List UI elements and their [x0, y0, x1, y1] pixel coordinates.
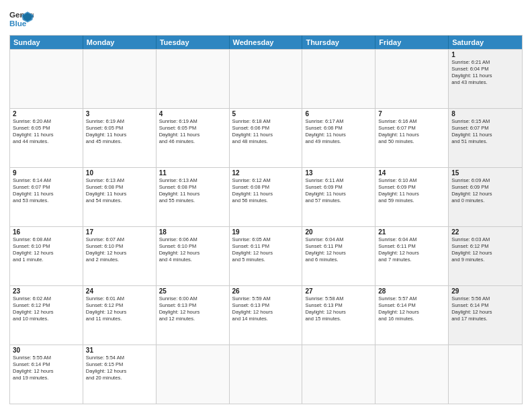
cal-cell-1-3: 5Sunrise: 6:18 AM Sunset: 6:06 PM Daylig…	[230, 109, 303, 167]
cal-cell-0-3	[230, 50, 303, 108]
cal-cell-5-1: 31Sunrise: 5:54 AM Sunset: 6:15 PM Dayli…	[83, 345, 157, 404]
calendar: Sunday Monday Tuesday Wednesday Thursday…	[9, 35, 523, 404]
cal-cell-5-5	[375, 345, 449, 404]
cal-cell-2-5: 14Sunrise: 6:10 AM Sunset: 6:09 PM Dayli…	[375, 168, 449, 226]
cal-cell-2-3: 12Sunrise: 6:12 AM Sunset: 6:08 PM Dayli…	[230, 168, 303, 226]
day-number: 24	[86, 287, 153, 295]
day-number: 25	[159, 287, 226, 295]
cal-cell-3-3: 19Sunrise: 6:05 AM Sunset: 6:11 PM Dayli…	[230, 227, 303, 285]
calendar-body: 1Sunrise: 6:21 AM Sunset: 6:04 PM Daylig…	[10, 49, 522, 404]
week-row-4: 23Sunrise: 6:02 AM Sunset: 6:12 PM Dayli…	[10, 285, 522, 345]
day-number: 27	[305, 287, 372, 295]
day-number: 29	[451, 287, 519, 295]
day-number: 2	[13, 110, 80, 118]
day-number: 10	[86, 169, 153, 177]
cal-cell-4-0: 23Sunrise: 6:02 AM Sunset: 6:12 PM Dayli…	[10, 286, 83, 345]
calendar-header: Sunday Monday Tuesday Wednesday Thursday…	[10, 36, 522, 49]
day-info: Sunrise: 5:56 AM Sunset: 6:14 PM Dayligh…	[451, 295, 519, 323]
col-wednesday: Wednesday	[230, 36, 303, 49]
cal-cell-4-1: 24Sunrise: 6:01 AM Sunset: 6:12 PM Dayli…	[83, 286, 157, 345]
cal-cell-5-6	[449, 345, 522, 404]
header: General Blue	[9, 7, 523, 31]
day-number: 21	[378, 228, 445, 236]
cal-cell-1-0: 2Sunrise: 6:20 AM Sunset: 6:05 PM Daylig…	[10, 109, 83, 167]
cal-cell-2-4: 13Sunrise: 6:11 AM Sunset: 6:09 PM Dayli…	[302, 168, 375, 226]
page: General Blue Sunday Monday Tuesday Wedne…	[0, 0, 532, 411]
day-info: Sunrise: 6:01 AM Sunset: 6:12 PM Dayligh…	[86, 295, 153, 323]
day-number: 17	[86, 228, 153, 236]
cal-cell-4-2: 25Sunrise: 6:00 AM Sunset: 6:13 PM Dayli…	[157, 286, 230, 345]
col-saturday: Saturday	[449, 36, 522, 49]
day-info: Sunrise: 6:17 AM Sunset: 6:06 PM Dayligh…	[305, 118, 372, 146]
cal-cell-0-0	[10, 50, 83, 108]
day-info: Sunrise: 6:21 AM Sunset: 6:04 PM Dayligh…	[451, 59, 519, 87]
cal-cell-3-6: 22Sunrise: 6:03 AM Sunset: 6:12 PM Dayli…	[449, 227, 522, 285]
day-info: Sunrise: 6:20 AM Sunset: 6:05 PM Dayligh…	[13, 118, 80, 146]
day-info: Sunrise: 6:16 AM Sunset: 6:07 PM Dayligh…	[378, 118, 445, 146]
day-number: 6	[305, 110, 372, 118]
week-row-2: 9Sunrise: 6:14 AM Sunset: 6:07 PM Daylig…	[10, 167, 522, 226]
week-row-0: 1Sunrise: 6:21 AM Sunset: 6:04 PM Daylig…	[10, 49, 522, 108]
day-info: Sunrise: 6:18 AM Sunset: 6:06 PM Dayligh…	[232, 118, 300, 146]
col-tuesday: Tuesday	[157, 36, 230, 49]
day-number: 5	[232, 110, 300, 118]
day-number: 23	[13, 287, 80, 295]
day-number: 16	[13, 228, 80, 236]
day-info: Sunrise: 6:13 AM Sunset: 6:08 PM Dayligh…	[86, 177, 153, 205]
col-thursday: Thursday	[302, 36, 375, 49]
day-number: 30	[13, 347, 80, 354]
day-number: 28	[378, 287, 445, 295]
cal-cell-2-0: 9Sunrise: 6:14 AM Sunset: 6:07 PM Daylig…	[10, 168, 83, 226]
day-info: Sunrise: 6:02 AM Sunset: 6:12 PM Dayligh…	[13, 295, 80, 323]
day-number: 13	[305, 169, 372, 177]
day-info: Sunrise: 5:55 AM Sunset: 6:14 PM Dayligh…	[13, 355, 80, 382]
cal-cell-0-4	[302, 50, 375, 108]
day-info: Sunrise: 5:59 AM Sunset: 6:13 PM Dayligh…	[232, 295, 300, 323]
cal-cell-5-3	[230, 345, 303, 404]
day-number: 9	[13, 169, 80, 177]
day-info: Sunrise: 6:19 AM Sunset: 6:05 PM Dayligh…	[159, 118, 226, 146]
cal-cell-2-1: 10Sunrise: 6:13 AM Sunset: 6:08 PM Dayli…	[83, 168, 157, 226]
day-info: Sunrise: 6:04 AM Sunset: 6:11 PM Dayligh…	[305, 236, 372, 264]
day-number: 31	[86, 347, 153, 354]
day-number: 15	[451, 169, 519, 177]
day-number: 11	[159, 169, 226, 177]
cal-cell-3-4: 20Sunrise: 6:04 AM Sunset: 6:11 PM Dayli…	[302, 227, 375, 285]
cal-cell-3-0: 16Sunrise: 6:08 AM Sunset: 6:10 PM Dayli…	[10, 227, 83, 285]
day-number: 3	[86, 110, 153, 118]
cal-cell-1-1: 3Sunrise: 6:19 AM Sunset: 6:05 PM Daylig…	[83, 109, 157, 167]
cal-cell-1-4: 6Sunrise: 6:17 AM Sunset: 6:06 PM Daylig…	[302, 109, 375, 167]
day-info: Sunrise: 6:11 AM Sunset: 6:09 PM Dayligh…	[305, 177, 372, 205]
day-info: Sunrise: 6:19 AM Sunset: 6:05 PM Dayligh…	[86, 118, 153, 146]
cal-cell-0-2	[157, 50, 230, 108]
cal-cell-4-3: 26Sunrise: 5:59 AM Sunset: 6:13 PM Dayli…	[230, 286, 303, 345]
day-info: Sunrise: 6:09 AM Sunset: 6:09 PM Dayligh…	[451, 177, 519, 205]
day-info: Sunrise: 5:57 AM Sunset: 6:14 PM Dayligh…	[378, 295, 445, 323]
day-number: 19	[232, 228, 300, 236]
day-info: Sunrise: 6:10 AM Sunset: 6:09 PM Dayligh…	[378, 177, 445, 205]
day-number: 14	[378, 169, 445, 177]
day-info: Sunrise: 6:03 AM Sunset: 6:12 PM Dayligh…	[451, 236, 519, 264]
day-number: 26	[232, 287, 300, 295]
day-number: 18	[159, 228, 226, 236]
cal-cell-2-6: 15Sunrise: 6:09 AM Sunset: 6:09 PM Dayli…	[449, 168, 522, 226]
day-info: Sunrise: 6:07 AM Sunset: 6:10 PM Dayligh…	[86, 236, 153, 264]
cal-cell-5-2	[157, 345, 230, 404]
day-number: 8	[451, 110, 519, 118]
day-info: Sunrise: 6:14 AM Sunset: 6:07 PM Dayligh…	[13, 177, 80, 205]
cal-cell-3-1: 17Sunrise: 6:07 AM Sunset: 6:10 PM Dayli…	[83, 227, 157, 285]
day-info: Sunrise: 6:13 AM Sunset: 6:08 PM Dayligh…	[159, 177, 226, 205]
logo-icon: General Blue	[9, 7, 34, 31]
day-number: 1	[451, 51, 519, 58]
day-info: Sunrise: 6:06 AM Sunset: 6:10 PM Dayligh…	[159, 236, 226, 264]
day-info: Sunrise: 6:12 AM Sunset: 6:08 PM Dayligh…	[232, 177, 300, 205]
cal-cell-2-2: 11Sunrise: 6:13 AM Sunset: 6:08 PM Dayli…	[157, 168, 230, 226]
day-number: 22	[451, 228, 519, 236]
cal-cell-3-2: 18Sunrise: 6:06 AM Sunset: 6:10 PM Dayli…	[157, 227, 230, 285]
cal-cell-0-6: 1Sunrise: 6:21 AM Sunset: 6:04 PM Daylig…	[449, 50, 522, 108]
cal-cell-4-6: 29Sunrise: 5:56 AM Sunset: 6:14 PM Dayli…	[449, 286, 522, 345]
day-number: 7	[378, 110, 445, 118]
col-sunday: Sunday	[10, 36, 83, 49]
cal-cell-0-5	[375, 50, 449, 108]
cal-cell-4-5: 28Sunrise: 5:57 AM Sunset: 6:14 PM Dayli…	[375, 286, 449, 345]
